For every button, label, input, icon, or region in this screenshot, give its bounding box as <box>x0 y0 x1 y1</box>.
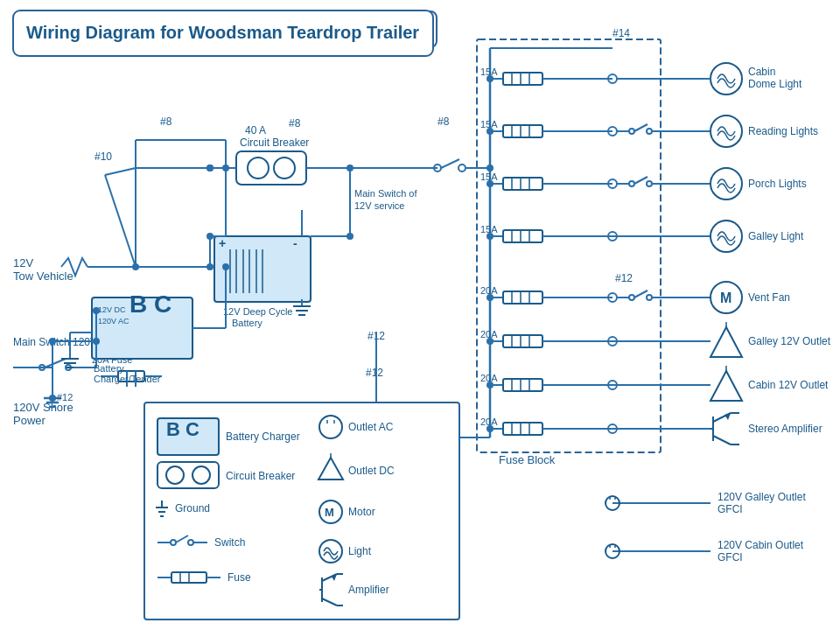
svg-rect-143 <box>503 230 542 242</box>
svg-text:120V Galley Outlet: 120V Galley Outlet <box>718 491 806 503</box>
svg-text:120V AC: 120V AC <box>98 317 130 326</box>
svg-text:B C: B C <box>130 290 172 318</box>
svg-text:Ground: Ground <box>175 502 210 514</box>
svg-text:Dome Light: Dome Light <box>748 78 802 90</box>
svg-text:15A: 15A <box>480 66 498 77</box>
svg-line-161 <box>634 290 648 298</box>
svg-text:12V Deep Cycle: 12V Deep Cycle <box>223 306 293 317</box>
svg-text:#14: #14 <box>612 27 630 39</box>
svg-text:Outlet AC: Outlet AC <box>348 421 394 433</box>
svg-line-201 <box>713 436 731 444</box>
svg-text:#8: #8 <box>160 116 172 128</box>
svg-point-122 <box>647 129 652 134</box>
svg-rect-191 <box>503 423 542 435</box>
svg-text:M: M <box>325 506 334 519</box>
svg-text:15A: 15A <box>480 172 498 182</box>
svg-point-52 <box>274 158 295 178</box>
svg-text:Circuit Breaker: Circuit Breaker <box>226 470 295 482</box>
svg-line-79 <box>105 168 136 175</box>
svg-point-160 <box>629 295 634 300</box>
svg-text:#12: #12 <box>615 272 633 284</box>
svg-text:Porch Lights: Porch Lights <box>748 178 807 190</box>
svg-point-288 <box>346 164 354 172</box>
svg-text:15A: 15A <box>480 224 498 234</box>
svg-point-120 <box>629 129 634 134</box>
svg-text:20A: 20A <box>480 285 498 296</box>
svg-text:Battery Charger: Battery Charger <box>226 430 300 443</box>
svg-line-121 <box>634 124 648 131</box>
svg-text:Cabin: Cabin <box>748 66 775 78</box>
svg-point-232 <box>206 233 214 240</box>
svg-text:+: + <box>219 236 226 250</box>
svg-rect-153 <box>503 291 542 304</box>
svg-text:Stereo Amplifier: Stereo Amplifier <box>748 423 822 435</box>
svg-text:-: - <box>293 236 298 250</box>
svg-text:20A: 20A <box>480 416 498 427</box>
svg-text:Switch: Switch <box>214 536 245 549</box>
svg-text:120V Cabin Outlet: 120V Cabin Outlet <box>718 539 804 551</box>
svg-point-224 <box>222 263 229 270</box>
svg-text:Galley 12V Outlet: Galley 12V Outlet <box>748 335 831 347</box>
svg-text:Motor: Motor <box>348 506 375 518</box>
svg-line-21 <box>45 359 66 368</box>
svg-line-84 <box>441 159 459 168</box>
svg-text:GFCI: GFCI <box>718 503 743 515</box>
svg-text:Tow Vehicle: Tow Vehicle <box>13 270 74 283</box>
svg-text:Amplifier: Amplifier <box>348 584 389 596</box>
svg-text:B C: B C <box>166 418 200 440</box>
svg-rect-180 <box>503 379 542 391</box>
svg-text:#8: #8 <box>438 116 450 128</box>
svg-text:Fuse Block: Fuse Block <box>499 453 556 466</box>
svg-line-136 <box>634 177 648 184</box>
svg-text:Power: Power <box>13 414 46 427</box>
svg-text:Galley Light: Galley Light <box>748 230 804 242</box>
svg-text:#10: #10 <box>94 150 112 163</box>
svg-rect-169 <box>503 335 542 347</box>
svg-text:Main Switch of: Main Switch of <box>354 188 417 199</box>
svg-point-221 <box>93 307 100 314</box>
svg-line-78 <box>105 175 136 267</box>
svg-point-287 <box>346 233 354 240</box>
svg-rect-101 <box>503 73 542 85</box>
svg-rect-113 <box>503 125 542 137</box>
svg-text:12V service: 12V service <box>354 200 404 211</box>
svg-text:Wiring Diagram for  Woodsman T: Wiring Diagram for Woodsman Teardrop Tra… <box>26 23 419 42</box>
svg-text:Light: Light <box>348 545 372 557</box>
svg-text:Charger/Tender: Charger/Tender <box>94 374 161 384</box>
svg-text:15A: 15A <box>480 119 498 130</box>
svg-point-38 <box>49 395 56 402</box>
svg-text:Battery: Battery <box>94 363 124 374</box>
svg-text:#8: #8 <box>289 117 301 130</box>
svg-point-51 <box>248 158 269 178</box>
svg-point-85 <box>458 164 466 172</box>
svg-text:Outlet DC: Outlet DC <box>348 465 395 477</box>
svg-text:12V DC: 12V DC <box>98 305 126 314</box>
svg-text:20A: 20A <box>480 373 498 383</box>
svg-text:12V: 12V <box>13 256 33 270</box>
svg-text:120V Shore: 120V Shore <box>13 401 74 414</box>
svg-text:Circuit Breaker: Circuit Breaker <box>240 136 309 149</box>
svg-text:20A: 20A <box>480 329 498 340</box>
svg-marker-186 <box>710 371 742 401</box>
svg-point-137 <box>647 181 652 186</box>
svg-text:#12: #12 <box>366 367 383 379</box>
svg-text:40 A: 40 A <box>245 124 266 136</box>
svg-text:Vent Fan: Vent Fan <box>748 291 790 304</box>
svg-marker-175 <box>710 327 742 357</box>
svg-text:GFCI: GFCI <box>718 551 743 564</box>
svg-point-135 <box>629 181 634 186</box>
svg-text:Cabin 12V Outlet: Cabin 12V Outlet <box>748 379 829 391</box>
svg-text:Fuse: Fuse <box>228 571 251 584</box>
svg-rect-128 <box>503 178 542 190</box>
svg-text:Battery: Battery <box>232 318 262 328</box>
svg-point-162 <box>647 295 652 300</box>
svg-text:#12: #12 <box>57 392 73 402</box>
svg-text:M: M <box>720 290 732 305</box>
svg-text:Reading Lights: Reading Lights <box>748 125 818 137</box>
